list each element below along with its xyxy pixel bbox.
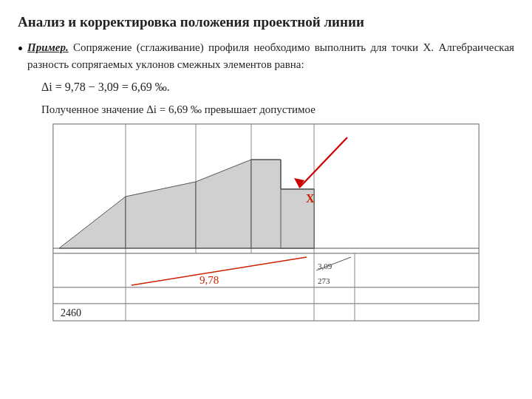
bullet-icon: • — [18, 38, 23, 60]
result-line: Полученное значение Δi = 6,69 ‰ превышае… — [41, 100, 514, 118]
formula-line: Δi = 9,78 − 3,09 = 6,69 ‰. — [41, 78, 514, 97]
val-2460: 2460 — [61, 307, 81, 318]
page-title: Анализ и корректировка положения проектн… — [18, 13, 514, 32]
example-label: Пример. — [27, 41, 69, 53]
diagram-container: X 9,78 3,09 273 2460 — [52, 123, 480, 322]
bullet-section: • Пример. Сопряжение (сглаживание) профи… — [18, 39, 514, 74]
val-273: 273 — [318, 276, 330, 285]
svg-rect-18 — [53, 253, 479, 287]
paragraph-text: Пример. Сопряжение (сглаживание) профиля… — [27, 39, 514, 74]
diagram-svg: X 9,78 3,09 273 2460 — [52, 123, 480, 322]
svg-rect-20 — [53, 304, 479, 321]
slope-978: 9,78 — [200, 274, 219, 286]
svg-rect-19 — [53, 287, 479, 304]
x-label: X — [306, 192, 315, 205]
paragraph-body: Сопряжение (сглаживание) профиля необход… — [27, 41, 514, 70]
page: Анализ и корректировка положения проектн… — [0, 0, 532, 399]
